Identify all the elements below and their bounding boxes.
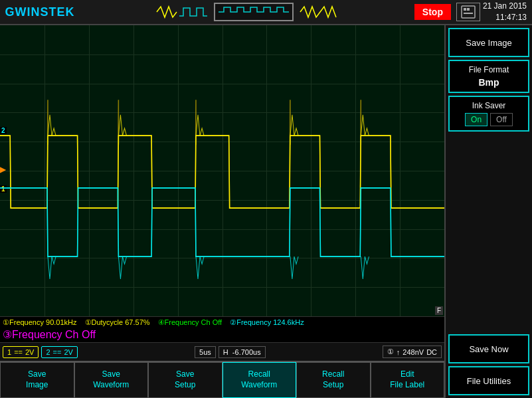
file-format-section: File Format Bmp (448, 60, 529, 93)
edit-file-label-btn[interactable]: Edit File Label (371, 362, 445, 398)
ink-saver-buttons: On Off (452, 113, 525, 126)
date-line2: 11:47:13 (483, 12, 527, 23)
file-format-value: Bmp (452, 77, 525, 88)
top-bar: GWINSTEK Stop 21 Jan 2015 11:47:13 (0, 0, 532, 25)
ch2-eq: == (53, 348, 62, 356)
scope-area: 2 1 ▶ (0, 25, 446, 398)
edit-file-label-line2: File Label (390, 380, 424, 391)
wave-after-svg (299, 3, 339, 21)
ink-off-btn[interactable]: Off (490, 113, 513, 126)
ch1-label: 1 (7, 348, 11, 356)
save-setup-line1: Save (176, 369, 194, 380)
save-waveform-line2: Waveform (93, 380, 129, 391)
time-bar: 1 == 2V 2 == 2V 5us H -6.700us ① ↑ 248nV… (0, 342, 444, 361)
wave-box-svg (217, 5, 290, 19)
datetime: 21 Jan 2015 11:47:13 (483, 1, 532, 23)
ch2-label: 2 (46, 348, 50, 356)
f-indicator: F (435, 306, 443, 315)
file-format-title: File Format (452, 65, 525, 74)
waveform-preview (80, 3, 414, 21)
logo-area: GWINSTEK (0, 3, 80, 22)
trig-level: 248nV (402, 348, 424, 356)
scope-waveform (0, 25, 444, 316)
recall-setup-btn[interactable]: Recall Setup (296, 362, 371, 398)
measurements-row: ①Frequency 90.01kHz ①Dutycycle 67.57% ④F… (3, 318, 442, 327)
svg-rect-2 (467, 8, 470, 11)
meas-4: ②Frequency 124.6kHz (230, 318, 304, 327)
wave-box (214, 3, 294, 21)
logo-text: GWINSTEK (5, 5, 75, 19)
meas-3: ④Frequency Ch Off (158, 318, 222, 327)
meas-1: ①Frequency 90.01kHz (3, 318, 77, 327)
recall-waveform-line1: Recall (248, 369, 270, 380)
ch1-volts: 2V (25, 348, 34, 356)
ink-saver-title: Ink Saver (452, 101, 525, 110)
h-offset: H -6.700us (219, 346, 266, 358)
ch1-indicator: 1 == 2V (3, 346, 39, 358)
meas-5: ③Frequency Ch Off (3, 329, 96, 340)
svg-rect-1 (464, 8, 466, 11)
right-panel: Save Image File Format Bmp Ink Saver On … (446, 25, 532, 398)
time-div-setting: 5us (195, 346, 216, 358)
ch2-indicator: 2 == 2V (41, 346, 77, 358)
save-waveform-btn[interactable]: Save Waveform (74, 362, 149, 398)
ink-saver-section: Ink Saver On Off (448, 96, 529, 132)
save-waveform-line1: Save (102, 369, 120, 380)
main-area: 2 1 ▶ (0, 25, 532, 398)
trigger-info: ① ↑ 248nV DC (383, 346, 442, 358)
ch1-eq: == (14, 348, 23, 356)
svg-rect-3 (464, 13, 473, 14)
date-line1: 21 Jan 2015 (483, 1, 527, 12)
status-bar: ①Frequency 90.01kHz ①Dutycycle 67.57% ④F… (0, 316, 444, 342)
stop-button[interactable]: Stop (414, 4, 451, 20)
recall-setup-line2: Setup (323, 380, 343, 391)
save-image-right-btn[interactable]: Save Image (448, 28, 529, 57)
save-now-btn[interactable]: Save Now (448, 334, 529, 363)
save-image-btn[interactable]: Save Image (0, 362, 74, 398)
trig-mode: DC (426, 348, 437, 356)
scope-screen: 2 1 ▶ (0, 25, 444, 316)
svg-rect-0 (462, 6, 475, 18)
recall-waveform-btn[interactable]: Recall Waveform (222, 362, 297, 398)
wave-preview-svg (155, 3, 209, 21)
recall-waveform-line2: Waveform (241, 380, 277, 391)
ink-on-btn[interactable]: On (465, 113, 488, 126)
memory-icon (456, 3, 480, 21)
save-image-line1: Save (28, 369, 46, 380)
bottom-buttons: Save Image Save Waveform Save Setup Reca… (0, 361, 444, 398)
trig-arrow: ↑ (397, 348, 400, 356)
ch2-volts: 2V (64, 348, 72, 356)
trig-ch: ① (387, 348, 394, 356)
edit-file-label-line1: Edit (400, 369, 414, 380)
save-setup-btn[interactable]: Save Setup (148, 362, 222, 398)
meas-2: ①Dutycycle 67.57% (85, 318, 150, 327)
file-utilities-btn[interactable]: File Utilities (448, 366, 529, 395)
save-image-line2: Image (26, 380, 48, 391)
recall-setup-line1: Recall (322, 369, 344, 380)
save-setup-line2: Setup (175, 380, 195, 391)
